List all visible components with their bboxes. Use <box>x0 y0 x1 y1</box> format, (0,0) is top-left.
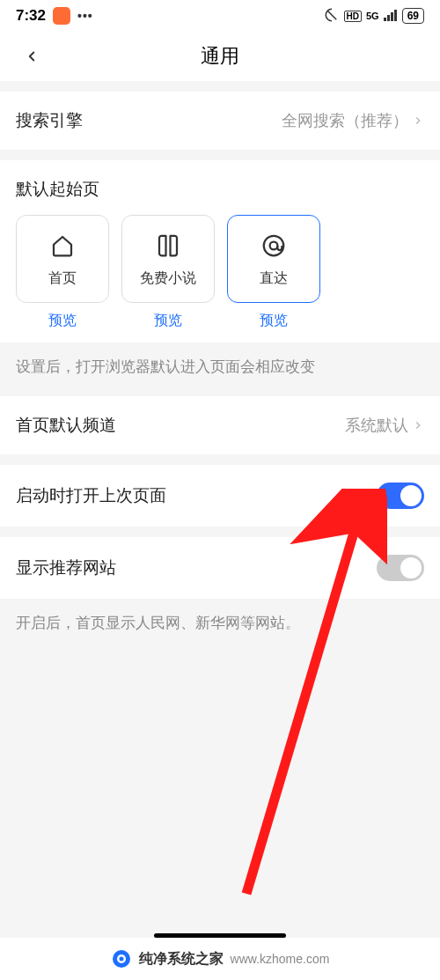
resume-last-label: 启动时打开上次页面 <box>16 484 166 507</box>
watermark: 纯净系统之家 www.kzhome.com <box>0 938 440 980</box>
book-icon <box>153 231 183 261</box>
watermark-url: www.kzhome.com <box>231 952 330 966</box>
at-icon <box>259 231 289 261</box>
tile-novel-preview[interactable]: 预览 <box>154 312 182 330</box>
tile-home[interactable]: 首页 <box>16 215 109 303</box>
page-header: 通用 <box>0 32 440 81</box>
search-engine-value: 全网搜索（推荐） <box>282 110 408 131</box>
svg-rect-2 <box>391 12 393 21</box>
more-indicator: ••• <box>77 9 93 23</box>
chevron-right-icon <box>412 419 424 431</box>
chevron-left-icon <box>24 48 40 64</box>
tile-direct[interactable]: 直达 <box>227 215 320 303</box>
battery-indicator: 69 <box>402 8 424 24</box>
svg-point-5 <box>270 241 278 249</box>
back-button[interactable] <box>14 39 49 74</box>
search-engine-label: 搜索引擎 <box>16 109 83 132</box>
status-time: 7:32 <box>16 7 46 25</box>
resume-last-row: 启动时打开上次页面 <box>0 465 440 527</box>
default-channel-row[interactable]: 首页默认频道 系统默认 <box>0 396 440 454</box>
recommend-sites-description: 开启后，首页显示人民网、新华网等网站。 <box>0 599 440 647</box>
tile-home-label: 首页 <box>48 269 77 288</box>
svg-rect-3 <box>394 10 397 21</box>
search-engine-row[interactable]: 搜索引擎 全网搜索（推荐） <box>0 92 440 150</box>
tile-novel[interactable]: 免费小说 <box>121 215 215 303</box>
app-badge-icon <box>53 7 70 25</box>
resume-last-toggle[interactable] <box>377 483 424 509</box>
default-channel-label: 首页默认频道 <box>16 414 116 437</box>
start-page-title: 默认起始页 <box>0 160 440 215</box>
svg-rect-0 <box>384 18 386 21</box>
tile-novel-label: 免费小说 <box>140 269 196 288</box>
house-icon <box>48 231 77 261</box>
watermark-text: 纯净系统之家 <box>139 950 224 969</box>
chevron-right-icon <box>412 114 424 127</box>
tile-direct-label: 直达 <box>260 269 288 288</box>
mute-icon <box>324 7 340 26</box>
tile-home-preview[interactable]: 预览 <box>48 312 77 330</box>
svg-point-4 <box>264 235 284 255</box>
svg-point-9 <box>119 957 123 962</box>
start-page-tiles: 首页 预览 免费小说 预览 直达 预览 <box>0 215 440 343</box>
watermark-logo-icon <box>111 948 132 969</box>
network-label: 5G <box>366 11 379 21</box>
recommend-sites-label: 显示推荐网站 <box>16 556 116 579</box>
signal-icon <box>384 9 398 24</box>
status-indicators: HD 5G 69 <box>324 7 425 26</box>
status-bar: 7:32 ••• HD 5G 69 <box>0 0 440 32</box>
recommend-sites-toggle[interactable] <box>377 555 424 581</box>
recommend-sites-row: 显示推荐网站 <box>0 537 440 599</box>
page-title: 通用 <box>201 43 239 70</box>
start-page-hint: 设置后，打开浏览器默认进入页面会相应改变 <box>0 343 440 396</box>
tile-direct-preview[interactable]: 预览 <box>260 312 288 330</box>
default-channel-value: 系统默认 <box>345 415 408 436</box>
hd-icon: HD <box>344 11 362 22</box>
svg-rect-1 <box>387 15 390 21</box>
